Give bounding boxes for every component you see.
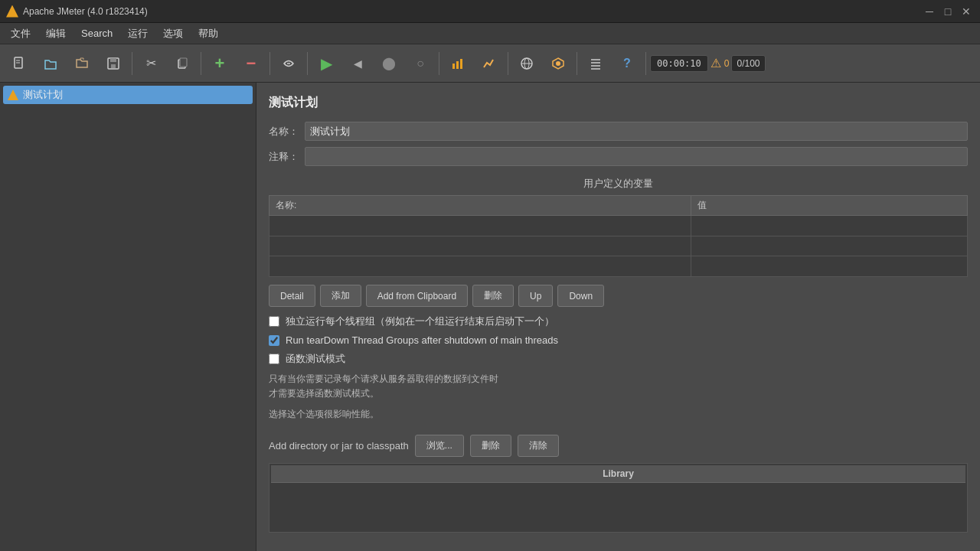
checkbox2-row: Run tearDown Thread Groups after shutdow… — [269, 334, 968, 346]
list-button[interactable] — [581, 49, 610, 78]
menu-help[interactable]: 帮助 — [191, 24, 226, 44]
classpath-label: Add directory or jar to classpath — [269, 440, 409, 452]
minimize-button[interactable]: ─ — [922, 4, 937, 19]
name-row: 名称： — [269, 122, 968, 141]
menu-options[interactable]: 选项 — [155, 24, 191, 44]
stop-button[interactable]: ◀ — [343, 49, 372, 78]
window-controls: ─ □ ✕ — [922, 4, 974, 19]
info-text: 只有当你需要记录每个请求从服务器取得的数据到文件时 才需要选择函数测试模式。 选… — [269, 372, 968, 422]
menu-edit[interactable]: 编辑 — [38, 24, 74, 44]
name-input[interactable] — [305, 122, 968, 141]
comment-row: 注释： — [269, 147, 968, 166]
svg-point-16 — [556, 61, 560, 66]
comment-input[interactable] — [305, 147, 968, 166]
empty-row — [270, 216, 968, 236]
menu-run[interactable]: 运行 — [120, 24, 155, 44]
name-label: 名称： — [269, 125, 299, 139]
checkbox3-row: 函数测试模式 — [269, 352, 968, 366]
run-button[interactable]: ▶ — [312, 49, 341, 78]
svg-rect-11 — [460, 59, 462, 69]
menu-search[interactable]: Search — [74, 24, 120, 42]
remove-toolbar-button[interactable]: − — [237, 49, 266, 78]
col-name-header: 名称: — [270, 196, 691, 216]
proxy-button[interactable] — [544, 49, 573, 78]
library-header: Library — [271, 465, 965, 483]
section-title: 测试计划 — [269, 95, 968, 111]
info-text-4: 选择这个选项很影响性能。 — [269, 407, 968, 422]
library-row — [271, 484, 965, 530]
add-button[interactable]: 添加 — [320, 285, 361, 307]
delete-button[interactable]: 删除 — [472, 285, 514, 307]
toolbar-sep-4 — [307, 52, 308, 75]
action-buttons: Detail 添加 Add from Clipboard 删除 Up Down — [269, 285, 968, 307]
main-layout: 测试计划 测试计划 名称： 注释： 用户定义的变量 名称: 值 — [0, 83, 980, 551]
col-value-header: 值 — [691, 196, 968, 216]
empty-row — [270, 236, 968, 256]
new-button[interactable] — [5, 49, 34, 78]
comment-label: 注释： — [269, 150, 299, 164]
empty-row — [270, 256, 968, 277]
copy-button[interactable] — [168, 49, 197, 78]
add-clipboard-button[interactable]: Add from Clipboard — [366, 285, 468, 307]
help-button[interactable]: ? — [612, 49, 642, 78]
classpath-clear-button[interactable]: 清除 — [518, 435, 559, 457]
cut-button[interactable]: ✂ — [136, 49, 165, 78]
sidebar: 测试计划 — [0, 83, 256, 551]
save-button[interactable] — [99, 49, 128, 78]
browse-button[interactable]: 浏览... — [415, 435, 464, 457]
info-text-1: 只有当你需要记录每个请求从服务器取得的数据到文件时 — [269, 372, 968, 386]
add-toolbar-button[interactable]: + — [205, 49, 234, 78]
checkbox3-input[interactable] — [269, 354, 279, 364]
checkbox1-input[interactable] — [269, 316, 279, 327]
checkbox2-label[interactable]: Run tearDown Thread Groups after shutdow… — [286, 334, 558, 346]
close-button[interactable]: ✕ — [959, 4, 974, 19]
open-recent-button[interactable] — [67, 49, 96, 78]
checkbox3-label[interactable]: 函数测试模式 — [286, 352, 345, 366]
menu-file[interactable]: 文件 — [3, 24, 38, 44]
count-display: 0/100 — [731, 55, 765, 72]
svg-rect-5 — [111, 64, 116, 68]
classpath-delete-button[interactable]: 删除 — [470, 435, 511, 457]
toolbar: ✂ + − ▶ ◀ ⬤ ○ ? 00:00:10 ⚠ — [0, 44, 980, 83]
remote-button[interactable] — [512, 49, 541, 78]
toolbar-sep-5 — [439, 52, 439, 75]
maximize-button[interactable]: □ — [940, 4, 956, 19]
toolbar-sep-6 — [508, 52, 508, 75]
clear-button[interactable] — [274, 49, 303, 78]
down-button[interactable]: Down — [557, 285, 604, 307]
app-icon — [6, 5, 18, 18]
classpath-row: Add directory or jar to classpath 浏览... … — [269, 435, 968, 457]
variables-title: 用户定义的变量 — [269, 177, 968, 191]
library-table: Library — [269, 463, 968, 533]
app-title: Apache JMeter (4.0 r1823414) — [23, 6, 148, 17]
sidebar-item-test-plan[interactable]: 测试计划 — [3, 86, 253, 104]
test-plan-icon — [8, 90, 18, 100]
open-button[interactable] — [36, 49, 65, 78]
svg-rect-9 — [452, 64, 455, 69]
title-bar: Apache JMeter (4.0 r1823414) ─ □ ✕ — [0, 0, 980, 23]
toolbar-sep-3 — [270, 52, 270, 75]
svg-rect-4 — [110, 58, 116, 62]
variables-section: 用户定义的变量 名称: 值 — [269, 177, 968, 277]
warning-display: ⚠ 0 — [710, 56, 730, 70]
warning-icon: ⚠ — [710, 56, 721, 70]
toolbar-sep-7 — [577, 52, 577, 75]
info-text-2: 才需要选择函数测试模式。 — [269, 386, 968, 401]
toolbar-sep-8 — [645, 52, 646, 75]
classpath-section: Add directory or jar to classpath 浏览... … — [269, 435, 968, 533]
results2-button[interactable] — [475, 49, 504, 78]
detail-button[interactable]: Detail — [269, 285, 315, 307]
svg-rect-10 — [456, 61, 459, 69]
checkbox1-label[interactable]: 独立运行每个线程组（例如在一个组运行结束后启动下一个） — [286, 315, 554, 328]
library-table-body — [271, 484, 965, 530]
title-bar-left: Apache JMeter (4.0 r1823414) — [6, 5, 148, 18]
shutdown-button[interactable]: ⬤ — [374, 49, 403, 78]
checkbox1-row: 独立运行每个线程组（例如在一个组运行结束后启动下一个） — [269, 315, 968, 328]
variables-table-body — [270, 216, 968, 277]
content-area: 测试计划 名称： 注释： 用户定义的变量 名称: 值 — [256, 83, 980, 551]
reset-button[interactable]: ○ — [406, 49, 435, 78]
checkbox2-input[interactable] — [269, 335, 279, 346]
timer-display: 00:00:10 — [650, 55, 708, 72]
results-button[interactable] — [443, 49, 472, 78]
up-button[interactable]: Up — [518, 285, 553, 307]
